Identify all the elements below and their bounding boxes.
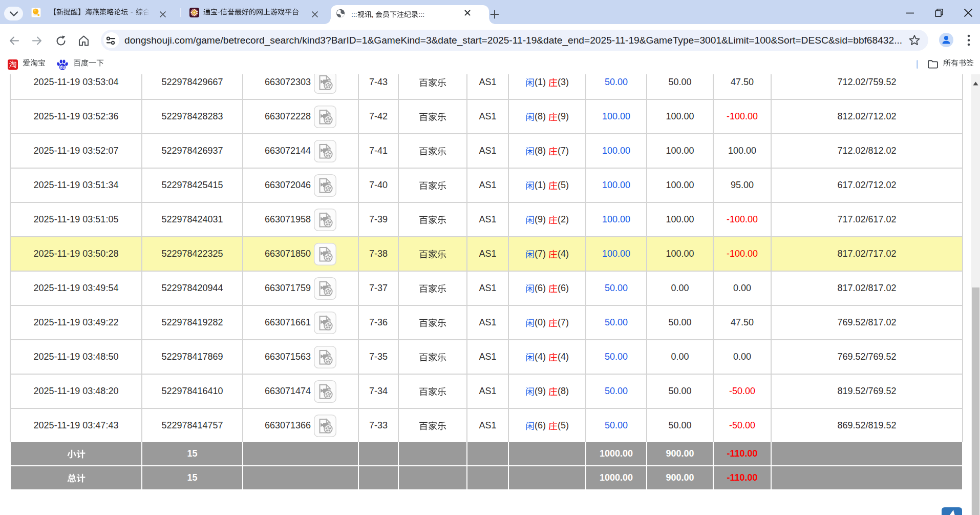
svg-text:du: du [60, 65, 65, 70]
